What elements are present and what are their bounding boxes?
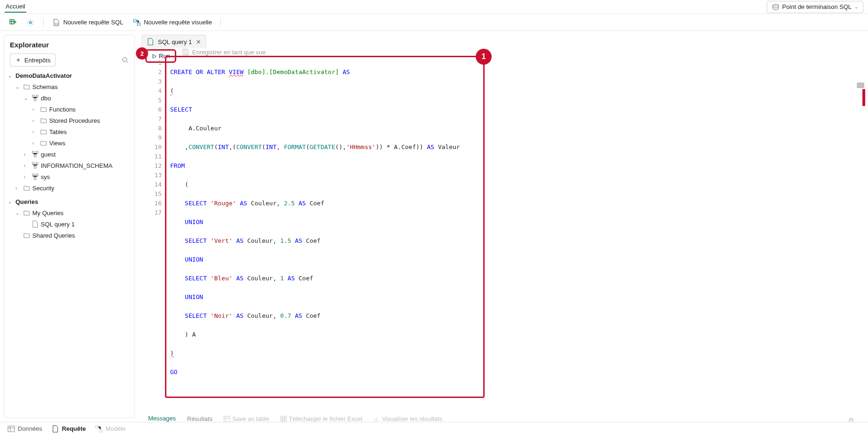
- chevron-right-icon: ›: [24, 163, 30, 168]
- new-sql-label: Nouvelle requête SQL: [63, 19, 123, 26]
- sql-code[interactable]: CREATE OR ALTER VIEW [dbo].[DemoDataActi…: [166, 57, 483, 397]
- visual-query-icon: [133, 18, 141, 27]
- tree-infoschema[interactable]: ›INFORMATION_SCHEMA: [7, 160, 132, 171]
- gear-icon: [26, 18, 35, 27]
- svg-rect-8: [32, 151, 34, 153]
- warehouses-button[interactable]: ＋ Entrepôts: [10, 53, 56, 67]
- guest-label: guest: [41, 151, 56, 158]
- sqlquery1-label: SQL query 1: [41, 221, 75, 228]
- schema-icon: [31, 94, 39, 102]
- footer-data-label: Données: [18, 425, 42, 432]
- chevron-down-icon: ⌄: [15, 84, 21, 90]
- search-icon[interactable]: [121, 56, 129, 64]
- folder-icon: [23, 209, 30, 217]
- sql-file-icon: [31, 220, 39, 228]
- folder-icon: [23, 184, 30, 192]
- sys-label: sys: [41, 173, 50, 180]
- svg-rect-14: [32, 174, 34, 176]
- query-tab[interactable]: SQL query 1 ✕: [142, 35, 206, 48]
- save-view-label: Enregistrer en tant que vue: [192, 49, 266, 56]
- tree-sprocs[interactable]: ›Stored Procedures: [7, 115, 132, 126]
- tree-schemas[interactable]: ⌄Schemas: [7, 81, 132, 92]
- chevron-down-icon: ⌄: [8, 199, 14, 204]
- queries-label: Queries: [15, 198, 38, 205]
- tab-label: SQL query 1: [158, 38, 192, 45]
- scrollbar[interactable]: [857, 82, 864, 88]
- tree-sqlquery1[interactable]: SQL query 1: [7, 218, 132, 230]
- settings-button[interactable]: [23, 16, 37, 29]
- add-data-button[interactable]: [6, 16, 20, 29]
- tree-sharedqueries[interactable]: Shared Queries: [7, 230, 132, 241]
- tree-views[interactable]: ›Views: [7, 137, 132, 149]
- separator: [220, 18, 221, 27]
- chevron-down-icon: ⌄: [854, 4, 858, 9]
- save-as-view-button[interactable]: Enregistrer en tant que vue: [182, 48, 266, 56]
- code-editor[interactable]: 1 1234567891011121314151617 CREATE OR AL…: [165, 56, 485, 398]
- close-tab-icon[interactable]: ✕: [196, 38, 201, 45]
- home-tab[interactable]: Accueil: [5, 1, 26, 13]
- schemas-label: Schemas: [32, 83, 58, 90]
- tree-dbo[interactable]: ⌄dbo: [7, 92, 132, 104]
- footer-tab-model[interactable]: Modèle: [95, 425, 126, 433]
- svg-rect-20: [96, 426, 98, 428]
- svg-rect-7: [34, 99, 36, 101]
- save-icon: [182, 48, 189, 56]
- sql-file-icon: [147, 38, 154, 45]
- new-sql-query-button[interactable]: SQL Nouvelle requête SQL: [49, 16, 126, 29]
- chevron-down-icon: ⌄: [8, 73, 14, 78]
- tree-security[interactable]: ›Security: [7, 182, 132, 194]
- tree-sys[interactable]: ›sys: [7, 171, 132, 182]
- line-numbers: 1234567891011121314151617: [140, 57, 166, 397]
- tree-myqueries[interactable]: ⌄My Queries: [7, 207, 132, 218]
- folder-icon: [23, 232, 30, 239]
- svg-text:SQL: SQL: [54, 22, 59, 25]
- sql-endpoint-dropdown[interactable]: Point de terminaison SQL ⌄: [767, 1, 863, 13]
- svg-rect-18: [281, 416, 286, 422]
- svg-point-0: [30, 21, 31, 23]
- tree-guest[interactable]: ›guest: [7, 149, 132, 160]
- svg-rect-16: [34, 178, 36, 180]
- views-label: Views: [49, 140, 65, 147]
- new-visual-query-button[interactable]: Nouvelle requête visuelle: [130, 16, 215, 29]
- tree-tables[interactable]: ›Tables: [7, 126, 132, 137]
- svg-rect-17: [224, 416, 230, 422]
- footer-tab-data[interactable]: Données: [7, 425, 42, 433]
- tree-queries[interactable]: ⌄Queries: [7, 196, 132, 207]
- explorer-title: Explorateur: [4, 39, 135, 53]
- table-icon: [7, 425, 15, 433]
- schema-icon: [31, 173, 39, 180]
- schema-icon: [31, 162, 39, 169]
- svg-point-4: [123, 58, 127, 62]
- sql-file-icon: [52, 425, 59, 433]
- svg-rect-12: [36, 163, 38, 165]
- svg-rect-19: [8, 426, 15, 432]
- annotation-badge-1: 1: [476, 49, 492, 65]
- security-label: Security: [32, 185, 54, 192]
- chevron-right-icon: ›: [32, 107, 38, 112]
- chevron-right-icon: ›: [32, 129, 38, 135]
- tree-functions[interactable]: ›Functions: [7, 104, 132, 115]
- chevron-right-icon: ›: [32, 141, 38, 146]
- folder-icon: [40, 128, 47, 135]
- chevron-right-icon: ›: [15, 186, 21, 191]
- infoschema-label: INFORMATION_SCHEMA: [41, 162, 112, 169]
- svg-rect-6: [36, 95, 38, 97]
- tree-db[interactable]: ⌄DemoDataActivator: [7, 70, 132, 81]
- svg-rect-11: [32, 163, 34, 165]
- folder-icon: [40, 139, 47, 147]
- plus-icon: ＋: [15, 56, 22, 64]
- sql-file-icon: SQL: [52, 18, 60, 27]
- svg-rect-3: [137, 23, 140, 25]
- myqueries-label: My Queries: [32, 210, 63, 217]
- endpoint-label: Point de terminaison SQL: [782, 3, 852, 10]
- tables-label: Tables: [49, 128, 67, 135]
- scrollbar-error-marker: [862, 89, 865, 106]
- folder-icon: [23, 83, 30, 90]
- footer-query-label: Requête: [62, 425, 86, 432]
- sharedqueries-label: Shared Queries: [32, 232, 75, 239]
- folder-icon: [40, 117, 47, 124]
- chevron-right-icon: ›: [24, 174, 30, 180]
- chevron-right-icon: ›: [32, 118, 38, 123]
- footer-tab-query[interactable]: Requête: [52, 425, 86, 433]
- chevron-right-icon: ›: [24, 152, 30, 157]
